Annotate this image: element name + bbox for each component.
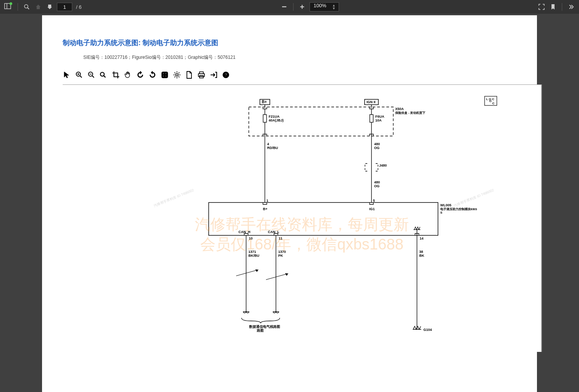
pdf-toolbar: / 6 − + 100% ▲▼ (0, 0, 579, 14)
zoom-in-button[interactable]: + (298, 3, 307, 11)
separator (562, 3, 562, 11)
zoom-out-button[interactable]: − (280, 3, 289, 11)
select-arrows-icon: ▲▼ (332, 4, 336, 10)
zoom-level-select[interactable]: 100% ▲▼ (310, 2, 339, 11)
fullscreen-button[interactable] (537, 3, 546, 11)
separator (18, 3, 18, 11)
next-page-button[interactable] (45, 3, 54, 11)
separator (293, 3, 294, 11)
svg-point-2 (24, 5, 28, 8)
page-count-label: / 6 (76, 4, 81, 10)
more-tools-button[interactable] (567, 3, 575, 11)
bookmark-button[interactable] (549, 3, 557, 11)
notification-dot (10, 2, 12, 5)
svg-line-3 (28, 8, 29, 9)
page-number-input[interactable] (57, 3, 72, 11)
search-icon[interactable] (23, 3, 31, 11)
prev-page-button[interactable] (34, 3, 42, 11)
sidebar-toggle-button[interactable] (4, 2, 13, 11)
zoom-level-value: 100% (314, 3, 326, 8)
